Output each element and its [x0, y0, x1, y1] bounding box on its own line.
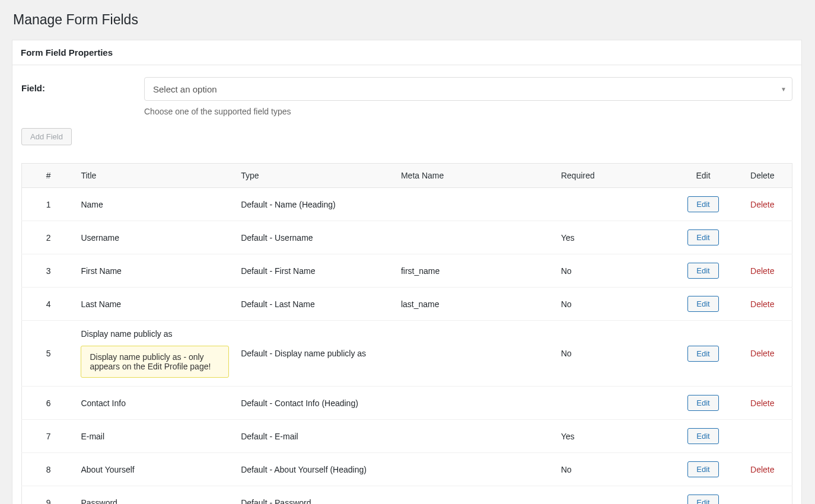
panel-header-title: Form Field Properties [21, 47, 113, 58]
cell-title: Last Name [75, 288, 235, 321]
cell-required [555, 486, 674, 505]
edit-button[interactable]: Edit [687, 395, 718, 411]
cell-index: 3 [22, 254, 75, 288]
cell-type: Default - E-mail [235, 420, 395, 453]
edit-button[interactable]: Edit [687, 263, 718, 279]
cell-meta: first_name [395, 254, 555, 288]
cell-type: Default - Username [235, 221, 395, 254]
cell-index: 5 [22, 321, 75, 387]
cell-required: No [555, 288, 674, 321]
cell-edit: Edit [674, 221, 733, 254]
notice-box: Display name publicly as - only appears … [81, 346, 229, 378]
cell-type: Default - Display name publicly as [235, 321, 395, 387]
table-row: 1NameDefault - Name (Heading)EditDelete [22, 188, 792, 221]
cell-delete: Delete [733, 254, 792, 288]
table-row: 3First NameDefault - First Namefirst_nam… [22, 254, 792, 288]
delete-link[interactable]: Delete [750, 299, 774, 309]
edit-button[interactable]: Edit [687, 495, 718, 504]
cell-title: First Name [75, 254, 235, 288]
cell-type: Default - Last Name [235, 288, 395, 321]
panel-header: Form Field Properties [12, 40, 801, 65]
cell-edit: Edit [674, 453, 733, 486]
cell-index: 7 [22, 420, 75, 453]
th-title: Title [75, 164, 235, 188]
cell-type: Default - Password [235, 486, 395, 505]
cell-meta [395, 188, 555, 221]
th-meta: Meta Name [395, 164, 555, 188]
th-type: Type [235, 164, 395, 188]
th-edit: Edit [674, 164, 733, 188]
table-row: 6Contact InfoDefault - Contact Info (Hea… [22, 387, 792, 420]
table-row: 7E-mailDefault - E-mailYesEdit [22, 420, 792, 453]
cell-meta: last_name [395, 288, 555, 321]
panel-body: Field: Select an option ▼ Choose one of … [12, 65, 801, 504]
add-field-button[interactable]: Add Field [21, 128, 72, 145]
cell-type: Default - Contact Info (Heading) [235, 387, 395, 420]
delete-link[interactable]: Delete [750, 398, 774, 408]
cell-delete [733, 420, 792, 453]
table-row: 2UsernameDefault - UsernameYesEdit [22, 221, 792, 254]
cell-delete: Delete [733, 288, 792, 321]
cell-required: Yes [555, 221, 674, 254]
cell-title: Contact Info [75, 387, 235, 420]
cell-required: No [555, 453, 674, 486]
edit-button[interactable]: Edit [687, 296, 718, 312]
cell-index: 1 [22, 188, 75, 221]
edit-button[interactable]: Edit [687, 428, 718, 444]
cell-delete: Delete [733, 188, 792, 221]
field-type-select[interactable]: Select an option [144, 77, 792, 101]
field-type-select-value: Select an option [153, 84, 217, 94]
th-required: Required [555, 164, 674, 188]
fields-table: # Title Type Meta Name Required Edit Del… [21, 163, 792, 504]
cell-edit: Edit [674, 254, 733, 288]
cell-index: 4 [22, 288, 75, 321]
table-row: 8About YourselfDefault - About Yourself … [22, 453, 792, 486]
cell-delete [733, 486, 792, 505]
cell-edit: Edit [674, 420, 733, 453]
cell-index: 9 [22, 486, 75, 505]
delete-link[interactable]: Delete [750, 349, 774, 358]
cell-index: 2 [22, 221, 75, 254]
cell-type: Default - Name (Heading) [235, 188, 395, 221]
edit-button[interactable]: Edit [687, 229, 718, 245]
cell-index: 6 [22, 387, 75, 420]
cell-required: No [555, 254, 674, 288]
table-row: 4Last NameDefault - Last Namelast_nameNo… [22, 288, 792, 321]
edit-button[interactable]: Edit [687, 346, 718, 362]
edit-button[interactable]: Edit [687, 461, 718, 477]
th-index: # [22, 164, 75, 188]
cell-meta [395, 387, 555, 420]
cell-meta [395, 420, 555, 453]
cell-edit: Edit [674, 387, 733, 420]
field-label: Field: [21, 77, 144, 93]
cell-title: Display name publicly asDisplay name pub… [75, 321, 235, 387]
delete-link[interactable]: Delete [750, 200, 774, 209]
cell-title: Password [75, 486, 235, 505]
edit-button[interactable]: Edit [687, 196, 718, 212]
cell-required [555, 387, 674, 420]
th-delete: Delete [733, 164, 792, 188]
cell-delete: Delete [733, 387, 792, 420]
form-properties-panel: Form Field Properties Field: Select an o… [12, 40, 802, 504]
cell-type: Default - First Name [235, 254, 395, 288]
cell-required: No [555, 321, 674, 387]
cell-edit: Edit [674, 321, 733, 387]
delete-link[interactable]: Delete [750, 266, 774, 276]
cell-meta [395, 321, 555, 387]
cell-required [555, 188, 674, 221]
delete-link[interactable]: Delete [750, 465, 774, 474]
cell-delete [733, 221, 792, 254]
cell-title-text: Display name publicly as [81, 329, 172, 339]
field-description: Choose one of the supported field types [144, 107, 792, 116]
cell-meta [395, 221, 555, 254]
cell-title: Username [75, 221, 235, 254]
cell-title: Name [75, 188, 235, 221]
cell-meta [395, 486, 555, 505]
cell-meta [395, 453, 555, 486]
cell-required: Yes [555, 420, 674, 453]
table-row: 5Display name publicly asDisplay name pu… [22, 321, 792, 387]
cell-type: Default - About Yourself (Heading) [235, 453, 395, 486]
cell-title: E-mail [75, 420, 235, 453]
page-title: Manage Form Fields [0, 0, 815, 40]
cell-delete: Delete [733, 453, 792, 486]
